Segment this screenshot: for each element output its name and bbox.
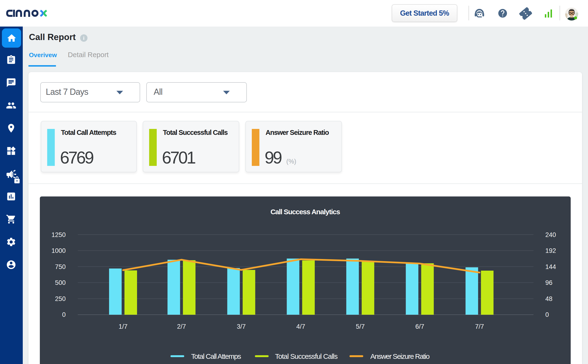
svg-text:3/7: 3/7 (237, 323, 246, 330)
svg-text:2/7: 2/7 (177, 323, 186, 330)
svg-text:750: 750 (55, 263, 66, 270)
svg-text:1250: 1250 (52, 231, 66, 238)
svg-text:250: 250 (55, 295, 66, 302)
svg-text:48: 48 (545, 295, 552, 302)
svg-text:144: 144 (545, 263, 556, 270)
svg-text:6/7: 6/7 (415, 323, 425, 330)
svg-text:0: 0 (545, 311, 549, 318)
svg-text:1/7: 1/7 (118, 323, 128, 330)
svg-text:Call Success Analytics: Call Success Analytics (271, 208, 340, 216)
svg-text:Total Successful Calls: Total Successful Calls (275, 352, 337, 360)
svg-text:192: 192 (545, 247, 556, 254)
svg-text:5/7: 5/7 (356, 323, 365, 330)
svg-text:0: 0 (62, 311, 66, 318)
svg-text:Total Call Attemps: Total Call Attemps (191, 352, 241, 360)
svg-text:96: 96 (545, 279, 552, 286)
svg-text:500: 500 (55, 279, 66, 286)
svg-text:240: 240 (545, 231, 556, 238)
svg-text:Answer Seizure Ratio: Answer Seizure Ratio (370, 352, 430, 360)
svg-text:7/7: 7/7 (475, 323, 484, 330)
svg-text:4/7: 4/7 (296, 323, 305, 330)
svg-text:1000: 1000 (52, 247, 66, 254)
